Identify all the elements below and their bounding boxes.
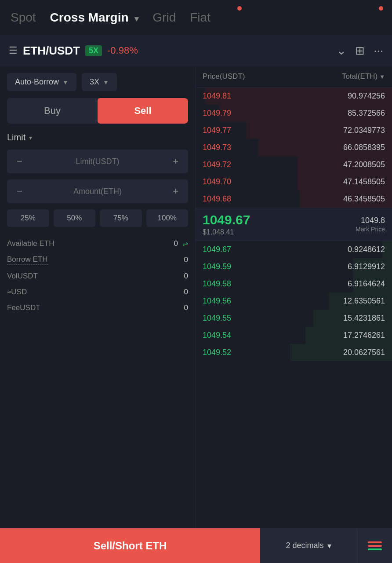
price-increase-button[interactable]: + <box>170 156 181 167</box>
ask-row[interactable]: 1049.73 66.0858395 <box>196 139 392 156</box>
top-nav: Spot Cross Margin ▾ Grid Fiat <box>0 0 392 35</box>
leverage-badge: 5X <box>85 45 102 56</box>
vol-usdt-value: 0 <box>184 272 188 281</box>
bid-row[interactable]: 1049.67 0.9248612 <box>196 241 392 258</box>
bid-total: 15.4231861 <box>343 314 385 323</box>
ask-row[interactable]: 1049.79 85.372566 <box>196 105 392 122</box>
decimals-button[interactable]: 2 decimals ▾ <box>260 528 357 563</box>
nav-cross-margin[interactable]: Cross Margin ▾ <box>50 11 139 25</box>
price-input-row: − + <box>7 150 188 173</box>
header-total: Total(ETH) ▼ <box>342 72 385 81</box>
symbol-name: ETH/USDT <box>23 44 80 58</box>
ask-row[interactable]: 1049.77 72.0349773 <box>196 122 392 139</box>
ask-total: 47.1458505 <box>343 177 385 186</box>
limit-dropdown-icon[interactable]: ▾ <box>29 134 32 141</box>
fee-usdt-label: FeeUSDT <box>7 303 40 312</box>
bid-total: 12.6350561 <box>343 296 385 306</box>
borrow-eth-row: Borrow ETH 0 <box>7 252 188 268</box>
bid-row[interactable]: 1049.52 20.0627561 <box>196 344 392 361</box>
nav-grid[interactable]: Grid <box>152 11 176 25</box>
orderbook-view-button[interactable] <box>357 528 392 563</box>
ask-total: 90.974256 <box>348 91 385 101</box>
bid-total: 6.9129912 <box>348 262 385 271</box>
ask-price: 1049.73 <box>203 143 343 152</box>
right-panel: Price(USDT) Total(ETH) ▼ 1049.81 90.9742… <box>196 66 392 563</box>
ask-total: 66.0858395 <box>343 143 385 152</box>
bid-price: 1049.54 <box>203 331 343 340</box>
bid-row[interactable]: 1049.58 6.9164624 <box>196 275 392 292</box>
price-input[interactable] <box>29 157 166 166</box>
orderbook-lines-icon <box>368 541 382 550</box>
amount-input-row: − + <box>7 179 188 203</box>
bottom-sell-short-button[interactable]: Sell/Short ETH <box>0 528 260 563</box>
bid-total: 20.0627561 <box>343 348 385 357</box>
limit-row: Limit ▾ <box>7 132 188 143</box>
chart-settings-icon[interactable]: ⊞ <box>355 44 365 58</box>
vol-usdt-row: VolUSDT 0 <box>7 268 188 284</box>
fee-usdt-row: FeeUSDT 0 <box>7 300 188 316</box>
tab-buy[interactable]: Buy <box>7 98 98 124</box>
auto-borrow-selector[interactable]: Auto-Borrow ▼ <box>7 73 76 91</box>
buy-sell-tabs: Buy Sell <box>7 98 188 124</box>
available-eth-row: Available ETH 0 ⇌ <box>7 236 188 252</box>
ask-price: 1049.77 <box>203 126 343 135</box>
bid-total: 0.9248612 <box>348 245 385 254</box>
tab-sell[interactable]: Sell <box>98 98 188 124</box>
vol-usdt-label: VolUSDT <box>7 272 38 281</box>
header-price: Price(USDT) <box>203 72 342 81</box>
swap-icon[interactable]: ⇌ <box>182 240 188 248</box>
bid-row[interactable]: 1049.54 17.2746261 <box>196 327 392 344</box>
mark-price-label: Mark Price <box>356 226 385 233</box>
ask-row[interactable]: 1049.81 90.974256 <box>196 88 392 105</box>
pct-100-button[interactable]: 100% <box>146 209 189 227</box>
ask-price: 1049.70 <box>203 177 343 186</box>
symbol-bar: ☰ ETH/USDT 5X -0.98% ⌄ ⊞ ··· <box>0 35 392 66</box>
pct-50-button[interactable]: 50% <box>54 209 96 227</box>
bottom-bar: Sell/Short ETH 2 decimals ▾ <box>0 528 392 563</box>
bid-row[interactable]: 1049.55 15.4231861 <box>196 310 392 327</box>
percentage-row: 25% 50% 75% 100% <box>7 209 188 227</box>
notification-dot-2 <box>379 6 383 11</box>
price-change: -0.98% <box>107 45 138 56</box>
orderbook-header: Price(USDT) Total(ETH) ▼ <box>196 66 392 88</box>
available-eth-label: Available ETH <box>7 239 54 248</box>
approx-usd-row: ≈USD 0 <box>7 284 188 300</box>
decimals-label: 2 decimals <box>286 541 323 550</box>
nav-fiat[interactable]: Fiat <box>190 11 211 25</box>
fee-usdt-value: 0 <box>184 303 188 312</box>
amount-decrease-button[interactable]: − <box>14 186 25 197</box>
ask-row[interactable]: 1049.72 47.2008505 <box>196 156 392 173</box>
price-decrease-button[interactable]: − <box>14 156 25 167</box>
current-price-row: 1049.67 $1,048.41 1049.8 Mark Price <box>196 208 392 241</box>
left-panel: Auto-Borrow ▼ 3X ▼ Buy Sell Limit ▾ − + … <box>0 66 196 563</box>
leverage-selector[interactable]: 3X ▼ <box>82 73 117 91</box>
bid-price: 1049.67 <box>203 245 348 254</box>
bid-price: 1049.55 <box>203 314 343 323</box>
amount-increase-button[interactable]: + <box>170 186 181 197</box>
ask-total: 85.372566 <box>348 109 385 118</box>
bid-row[interactable]: 1049.56 12.6350561 <box>196 292 392 310</box>
ask-rows: 1049.81 90.974256 1049.79 85.372566 1049… <box>196 88 392 208</box>
bid-row[interactable]: 1049.59 6.9129912 <box>196 258 392 275</box>
more-options-icon[interactable]: ··· <box>374 44 383 58</box>
amount-input[interactable] <box>29 187 166 196</box>
nav-spot[interactable]: Spot <box>11 11 36 25</box>
bid-price: 1049.56 <box>203 296 343 306</box>
bid-total: 17.2746261 <box>343 331 385 340</box>
bid-price: 1049.52 <box>203 348 343 357</box>
pct-25-button[interactable]: 25% <box>7 209 49 227</box>
ask-price: 1049.72 <box>203 160 343 169</box>
ask-total: 47.2008505 <box>343 160 385 169</box>
total-dropdown-icon[interactable]: ▼ <box>379 73 385 80</box>
chevron-down-icon[interactable]: ⌄ <box>337 44 346 58</box>
symbol-bar-actions: ⌄ ⊞ ··· <box>337 44 383 58</box>
cross-margin-dropdown-icon[interactable]: ▾ <box>134 15 138 23</box>
ask-row[interactable]: 1049.70 47.1458505 <box>196 173 392 190</box>
ask-row[interactable]: 1049.68 46.3458505 <box>196 190 392 208</box>
menu-icon[interactable]: ☰ <box>9 45 18 56</box>
borrow-eth-label: Borrow ETH <box>7 255 48 265</box>
bid-price: 1049.59 <box>203 262 348 271</box>
ask-price: 1049.79 <box>203 109 348 118</box>
mark-price-value: 1049.8 <box>356 216 385 225</box>
pct-75-button[interactable]: 75% <box>100 209 142 227</box>
